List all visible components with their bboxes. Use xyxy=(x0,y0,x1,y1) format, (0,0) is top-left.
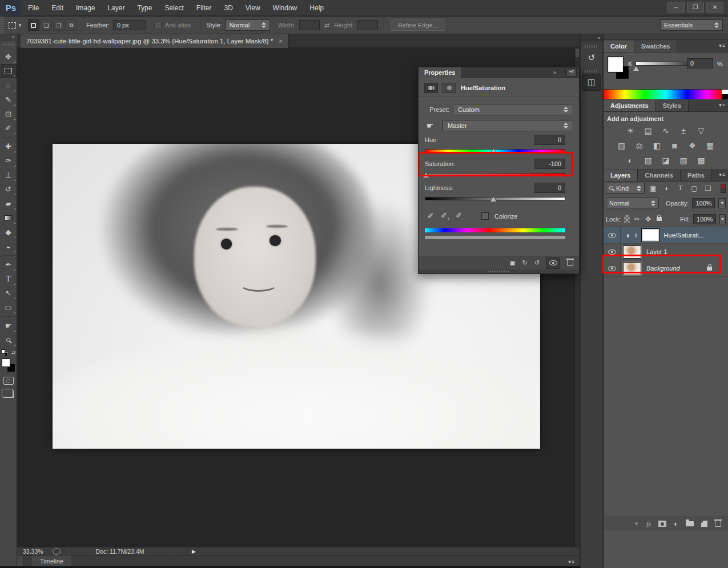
eyedropper-subtract-icon[interactable]: ✐− xyxy=(454,211,466,221)
close-button[interactable]: ✕ xyxy=(706,2,723,13)
delete-layer-icon[interactable] xyxy=(715,521,721,527)
style-dropdown[interactable]: Normal xyxy=(226,19,270,31)
swap-dimensions-icon[interactable]: ⇄ xyxy=(324,22,329,29)
hue-value-input[interactable]: 0 xyxy=(534,135,565,145)
spot-healing-brush-tool[interactable]: ✚ xyxy=(1,139,17,154)
menu-select[interactable]: Select xyxy=(158,0,190,16)
tab-paths[interactable]: Paths xyxy=(681,170,712,181)
lock-position-icon[interactable]: ✥ xyxy=(644,215,651,223)
tab-layers[interactable]: Layers xyxy=(604,170,638,181)
refine-edge-button[interactable]: Refine Edge... xyxy=(391,19,445,31)
saturation-value-input[interactable]: -100 xyxy=(534,159,565,169)
properties-title-bar[interactable]: Properties » ▾≡ xyxy=(419,67,579,78)
toggle-visibility-button[interactable] xyxy=(546,257,560,269)
selection-mode-new[interactable] xyxy=(28,19,39,31)
new-layer-icon[interactable] xyxy=(701,521,707,527)
properties-panel-button[interactable]: ◫ xyxy=(582,74,601,91)
width-input[interactable] xyxy=(299,20,320,30)
pen-tool[interactable]: ✒ xyxy=(1,257,17,272)
blend-mode-dropdown[interactable]: Normal xyxy=(606,198,659,208)
hand-tool[interactable]: ☛ xyxy=(1,319,17,333)
menu-type[interactable]: Type xyxy=(131,0,158,16)
eyedropper-sample-icon[interactable]: ✐ xyxy=(424,212,437,220)
layer-name[interactable]: Layer 1 xyxy=(646,248,667,255)
visibility-toggle[interactable] xyxy=(604,260,621,277)
path-selection-tool[interactable]: ↖ xyxy=(1,286,17,300)
exposure-icon[interactable]: ± xyxy=(677,126,690,136)
dock-expand-icon[interactable]: « xyxy=(581,34,602,42)
visibility-toggle[interactable] xyxy=(604,244,621,260)
channel-mixer-icon[interactable]: ❖ xyxy=(686,140,699,151)
menu-3d[interactable]: 3D xyxy=(218,0,239,16)
filter-adjustment-icon[interactable]: ◐ xyxy=(662,184,672,192)
default-colors-icon[interactable] xyxy=(1,349,8,356)
lock-all-icon[interactable] xyxy=(655,217,663,221)
feather-input[interactable]: 0 px xyxy=(113,20,146,30)
quick-selection-tool[interactable]: ✎ xyxy=(1,92,17,107)
layer-filter-toggle[interactable] xyxy=(721,184,726,193)
clone-stamp-tool[interactable]: ⊥ xyxy=(1,168,17,182)
view-previous-state-icon[interactable]: ↻ xyxy=(522,259,528,267)
filter-smart-object-icon[interactable]: ❏ xyxy=(703,184,713,192)
document-tab-close-icon[interactable]: × xyxy=(279,38,283,45)
eraser-tool[interactable]: ▰ xyxy=(1,196,17,211)
foreground-background-swatches[interactable] xyxy=(2,358,15,372)
black-white-icon[interactable]: ◧ xyxy=(651,140,663,151)
layer-row-layer1[interactable]: Layer 1 xyxy=(604,244,728,260)
status-arrow-icon[interactable]: ▶ xyxy=(192,549,196,554)
lightness-value-input[interactable]: 0 xyxy=(534,183,565,193)
screen-mode-button[interactable] xyxy=(3,390,14,398)
opacity-dropdown-icon[interactable]: ▼ xyxy=(718,198,726,208)
filter-shape-icon[interactable]: ▢ xyxy=(689,184,699,192)
layer-row-hue-saturation[interactable]: ◐ ∞ Hue/Saturati... xyxy=(604,227,728,244)
tab-color[interactable]: Color xyxy=(604,41,634,52)
color-spectrum-bar[interactable] xyxy=(604,89,728,99)
layer-thumbnail[interactable] xyxy=(623,245,641,259)
tab-styles[interactable]: Styles xyxy=(656,100,689,111)
spectrum-black-swatch[interactable] xyxy=(722,94,728,99)
color-lookup-icon[interactable]: ▦ xyxy=(704,140,717,151)
tab-adjustments[interactable]: Adjustments xyxy=(604,100,656,111)
workspace-dropdown[interactable]: Essentials xyxy=(660,19,723,31)
filter-type-icon[interactable]: T xyxy=(675,184,686,192)
color-panel-menu-icon[interactable]: ▾≡ xyxy=(719,43,726,49)
layer-style-icon[interactable]: fx xyxy=(646,521,651,527)
crop-tool[interactable]: ⊡ xyxy=(1,107,17,121)
vibrance-icon[interactable]: ▽ xyxy=(695,126,707,136)
type-tool[interactable]: T xyxy=(1,272,17,286)
selective-color-icon[interactable]: ▩ xyxy=(695,155,707,166)
dodge-tool[interactable]: ◒ xyxy=(1,239,17,253)
invert-icon[interactable]: ◐ xyxy=(624,155,637,166)
visibility-toggle[interactable] xyxy=(604,227,621,244)
zoom-level[interactable]: 33.33% xyxy=(23,548,53,555)
channel-dropdown[interactable]: Master xyxy=(443,120,573,131)
preset-dropdown[interactable]: Custom xyxy=(453,104,573,115)
layer-name[interactable]: Background xyxy=(646,265,680,272)
layer-filter-kind-dropdown[interactable]: Kind xyxy=(606,183,645,194)
selection-mode-subtract[interactable]: ❐ xyxy=(53,19,65,31)
eyedropper-tool[interactable]: ✐ xyxy=(1,121,17,135)
new-group-icon[interactable] xyxy=(686,521,694,526)
color-balance-icon[interactable]: ⚖ xyxy=(633,140,646,151)
colorize-checkbox[interactable] xyxy=(481,212,489,220)
menu-view[interactable]: View xyxy=(239,0,267,16)
hue-saturation-icon[interactable]: ▥ xyxy=(616,140,628,151)
curves-icon[interactable]: ∿ xyxy=(659,126,672,136)
blur-tool[interactable]: ◆ xyxy=(1,225,17,239)
layer-thumbnail[interactable] xyxy=(623,262,641,275)
add-mask-icon[interactable] xyxy=(658,521,666,527)
tools-collapse-icon[interactable]: » xyxy=(0,34,17,41)
levels-icon[interactable]: ▤ xyxy=(642,126,654,136)
foreground-color[interactable] xyxy=(2,358,10,367)
new-adjustment-layer-icon[interactable]: ◐ xyxy=(674,519,678,528)
anti-alias-checkbox[interactable] xyxy=(154,22,162,29)
zoom-tool[interactable] xyxy=(1,333,17,347)
k-slider-thumb[interactable] xyxy=(633,66,639,71)
gradient-tool[interactable] xyxy=(1,211,17,225)
selection-mode-add[interactable]: ❏ xyxy=(41,19,52,31)
hue-slider-thumb[interactable] xyxy=(490,148,496,154)
posterize-icon[interactable]: ▨ xyxy=(642,155,654,166)
lightness-slider-thumb[interactable] xyxy=(490,196,496,202)
properties-collapse-icon[interactable]: » xyxy=(553,70,556,75)
layer-row-background[interactable]: Background xyxy=(604,260,728,277)
